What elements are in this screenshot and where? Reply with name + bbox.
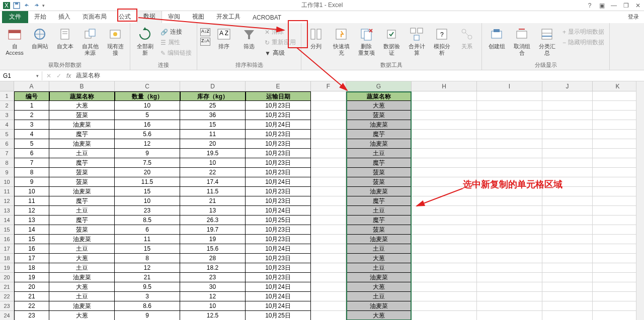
cell[interactable]: 12 <box>115 139 180 149</box>
cell[interactable] <box>593 149 643 158</box>
row-header[interactable]: 4 <box>0 120 14 130</box>
col-header-G[interactable]: G <box>346 81 412 91</box>
cell[interactable] <box>311 225 346 235</box>
cell[interactable]: 菠菜 <box>49 177 115 187</box>
cell[interactable]: 油麦菜 <box>346 301 412 311</box>
cell[interactable]: 4 <box>14 130 49 139</box>
from-text-button[interactable]: 自文本 <box>53 25 76 51</box>
cell[interactable] <box>477 130 542 139</box>
cell[interactable]: 10月23日 <box>246 187 311 196</box>
cell[interactable]: 油麦菜 <box>346 273 412 282</box>
cell[interactable] <box>311 177 346 187</box>
cell[interactable] <box>412 111 477 120</box>
cell[interactable]: 大葱 <box>346 254 412 263</box>
cell[interactable] <box>311 282 346 292</box>
cell[interactable] <box>593 168 643 177</box>
cell[interactable]: 26.3 <box>180 216 246 225</box>
cell[interactable]: 魔芋 <box>49 158 115 168</box>
row-header[interactable]: 10 <box>0 177 14 187</box>
cell[interactable] <box>311 130 346 139</box>
cell[interactable] <box>593 292 643 301</box>
subtotal-button[interactable]: 分类汇总 <box>535 25 558 57</box>
cell[interactable]: 10 <box>180 301 246 311</box>
cell[interactable]: 7 <box>14 158 49 168</box>
row-header[interactable]: 8 <box>0 158 14 168</box>
cell[interactable] <box>477 111 542 120</box>
cell[interactable]: 18.2 <box>180 263 246 273</box>
tab-home[interactable]: 开始 <box>28 11 52 23</box>
cell[interactable]: 15 <box>115 244 180 254</box>
cell[interactable]: 库存（kg） <box>180 91 246 101</box>
cell[interactable]: 10月23日 <box>246 235 311 244</box>
cell[interactable]: 菠菜 <box>346 111 412 120</box>
cell[interactable]: 12 <box>115 263 180 273</box>
cell[interactable]: 油麦菜 <box>49 235 115 244</box>
cell[interactable]: 10 <box>115 101 180 111</box>
cell[interactable] <box>311 244 346 254</box>
cell[interactable] <box>477 292 542 301</box>
cell[interactable] <box>542 91 593 101</box>
cell[interactable]: 15.6 <box>180 244 246 254</box>
cell[interactable] <box>311 311 346 320</box>
cell[interactable]: 11 <box>14 196 49 206</box>
cell[interactable] <box>412 149 477 158</box>
cell[interactable]: 15 <box>180 120 246 130</box>
row-header[interactable]: 2 <box>0 101 14 111</box>
cell[interactable]: 25 <box>180 101 246 111</box>
relationships-button[interactable]: 关系 <box>455 25 478 51</box>
cell[interactable]: 10月23日 <box>246 139 311 149</box>
advanced-filter-button[interactable]: ▼高级 <box>263 48 298 58</box>
cell[interactable] <box>593 216 643 225</box>
cell[interactable] <box>311 101 346 111</box>
sort-asc-button[interactable]: A↓Z <box>200 28 210 36</box>
cell[interactable]: 12 <box>14 206 49 216</box>
cell[interactable] <box>311 196 346 206</box>
cell[interactable] <box>542 101 593 111</box>
row-header[interactable]: 24 <box>0 311 14 320</box>
cell[interactable] <box>593 254 643 263</box>
filter-button[interactable]: 筛选 <box>237 25 261 51</box>
row-header[interactable]: 9 <box>0 168 14 177</box>
row-header[interactable]: 13 <box>0 206 14 216</box>
cell[interactable]: 油麦菜 <box>346 235 412 244</box>
cell[interactable] <box>477 196 542 206</box>
text-to-columns-button[interactable]: 分列 <box>304 25 328 51</box>
cell[interactable] <box>593 273 643 282</box>
tab-data[interactable]: 数据 <box>137 10 162 23</box>
cell[interactable]: 魔芋 <box>49 196 115 206</box>
cell[interactable] <box>311 273 346 282</box>
cell[interactable] <box>311 187 346 196</box>
cell[interactable]: 大葱 <box>346 101 412 111</box>
from-access-button[interactable]: 自 Access <box>3 25 26 57</box>
cell[interactable] <box>311 91 346 101</box>
cell[interactable]: 12 <box>180 292 246 301</box>
col-header-C[interactable]: C <box>115 81 180 91</box>
cell[interactable] <box>412 263 477 273</box>
cell[interactable] <box>311 149 346 158</box>
cell[interactable]: 大葱 <box>49 254 115 263</box>
cell[interactable] <box>477 149 542 158</box>
cell[interactable] <box>593 196 643 206</box>
cell[interactable]: 14 <box>14 225 49 235</box>
cell[interactable] <box>477 282 542 292</box>
fx-icon[interactable]: fx <box>66 72 71 79</box>
cell[interactable]: 菠菜 <box>346 225 412 235</box>
cell[interactable] <box>542 244 593 254</box>
cell[interactable] <box>542 292 593 301</box>
cell[interactable] <box>412 225 477 235</box>
cell[interactable]: 土豆 <box>346 206 412 216</box>
cell[interactable] <box>412 168 477 177</box>
cell[interactable]: 22 <box>180 168 246 177</box>
cell[interactable]: 10月24日 <box>246 244 311 254</box>
cell[interactable] <box>477 120 542 130</box>
cell[interactable]: 5 <box>14 139 49 149</box>
cell[interactable]: 大葱 <box>49 282 115 292</box>
cell[interactable]: 8 <box>14 168 49 177</box>
cell[interactable] <box>311 301 346 311</box>
cell[interactable] <box>477 216 542 225</box>
cell[interactable] <box>412 235 477 244</box>
cell[interactable] <box>542 301 593 311</box>
cell[interactable] <box>311 206 346 216</box>
cell[interactable]: 油麦菜 <box>49 301 115 311</box>
cell[interactable] <box>311 158 346 168</box>
